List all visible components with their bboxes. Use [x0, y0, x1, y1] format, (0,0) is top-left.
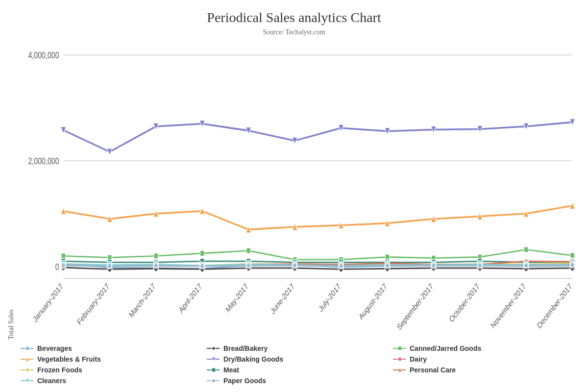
legend-label: Canned/Jarred Goods	[410, 344, 481, 352]
y-axis-label: Total Sales	[5, 41, 15, 340]
legend-icon	[20, 377, 33, 385]
chart-container: Periodical Sales analytics Chart Source:…	[0, 0, 588, 392]
svg-rect-48	[246, 248, 251, 253]
legend-icon	[206, 377, 220, 385]
legend-icon	[392, 366, 406, 374]
legend-icon	[20, 344, 33, 352]
legend-item: Bread/Bakery	[206, 344, 382, 352]
svg-point-146	[339, 263, 343, 269]
svg-rect-167	[212, 368, 216, 372]
legend-item: Paper Goods	[206, 377, 382, 385]
svg-point-145	[293, 263, 297, 268]
chart-source: Source: Techalyst.com	[263, 28, 325, 36]
svg-point-142	[154, 263, 158, 268]
legend-icon	[206, 355, 220, 363]
legend-label: Vegetables & Fruits	[37, 355, 101, 363]
legend-item: Beverages	[20, 344, 196, 352]
svg-marker-155	[212, 346, 216, 350]
svg-rect-44	[61, 253, 66, 259]
legend-label: Paper Goods	[223, 377, 266, 385]
svg-marker-165	[25, 368, 29, 372]
svg-point-147	[385, 263, 390, 268]
legend-label: Meat	[223, 366, 239, 374]
legend-item: Vegetables & Fruits	[20, 355, 196, 363]
legend-area: BeveragesBread/BakeryCanned/Jarred Goods…	[5, 340, 583, 387]
legend-item: Frozen Foods	[20, 366, 196, 374]
svg-rect-46	[154, 253, 158, 259]
svg-text:0: 0	[55, 262, 59, 271]
svg-point-153	[25, 346, 29, 350]
svg-point-141	[107, 263, 112, 269]
legend-item: Dairy	[392, 355, 568, 363]
legend-label: Dairy	[410, 355, 427, 363]
svg-point-140	[61, 263, 66, 268]
legend-label: Beverages	[37, 344, 72, 352]
svg-point-148	[431, 263, 436, 268]
legend-label: Dry/Baking Goods	[223, 355, 283, 363]
svg-point-143	[200, 263, 204, 269]
legend-icon	[206, 366, 220, 374]
svg-rect-55	[570, 253, 575, 258]
main-chart-svg: 02,000,0004,000,000January-2017February-…	[15, 41, 583, 340]
legend-item: Cleaners	[20, 377, 196, 385]
legend-icon	[20, 366, 33, 374]
svg-point-149	[478, 263, 482, 268]
svg-point-150	[524, 263, 528, 268]
chart-area: Total Sales 02,000,0004,000,000January-2…	[5, 41, 583, 340]
legend-label: Personal Care	[410, 366, 456, 374]
legend-label: Cleaners	[37, 377, 66, 385]
svg-point-144	[246, 263, 251, 268]
legend-item: Canned/Jarred Goods	[392, 344, 568, 352]
legend-item: Meat	[206, 366, 382, 374]
legend-icon	[392, 344, 406, 352]
svg-rect-47	[200, 250, 204, 256]
svg-text:4,000,000: 4,000,000	[28, 50, 59, 60]
svg-rect-51	[385, 254, 390, 260]
svg-text:2,000,000: 2,000,000	[28, 156, 59, 166]
legend-icon	[206, 344, 220, 352]
svg-rect-157	[398, 346, 402, 350]
svg-point-151	[570, 262, 575, 268]
svg-point-163	[398, 357, 402, 361]
chart-title: Periodical Sales analytics Chart	[207, 10, 381, 25]
legend-label: Bread/Bakery	[223, 344, 268, 352]
svg-rect-54	[524, 247, 528, 252]
legend-item: Dry/Baking Goods	[206, 355, 382, 363]
legend-icon	[20, 355, 33, 363]
legend-icon	[392, 355, 406, 363]
legend-label: Frozen Foods	[37, 366, 82, 374]
legend-item: Personal Care	[392, 366, 568, 374]
chart-inner: 02,000,0004,000,000January-2017February-…	[15, 41, 583, 340]
svg-point-173	[212, 379, 216, 383]
